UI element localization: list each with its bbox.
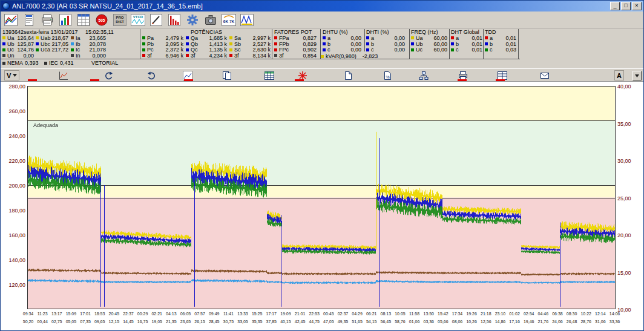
trend-chart-icon <box>4 14 18 26</box>
x-axis-label-seconds: 01,06 <box>407 320 422 324</box>
annotate-button[interactable] <box>148 12 165 28</box>
color-swatch <box>411 42 414 45</box>
copy-button[interactable] <box>222 70 232 81</box>
measurement-label: Ib <box>76 41 80 47</box>
measurement-row: Pb2,095 k <box>142 41 183 47</box>
report-button[interactable] <box>21 12 38 28</box>
x-axis-label-time: 08:30 <box>564 312 580 316</box>
color-swatch <box>229 54 232 57</box>
x-axis-label-seconds: 12,56 <box>478 320 494 324</box>
trend-chart-button[interactable] <box>2 12 19 28</box>
maximize-button[interactable]: □ <box>621 2 631 10</box>
measurement-row: Qc1,135 k <box>186 47 227 53</box>
x-axis-label-seconds: 44,75 <box>306 320 322 324</box>
document-button[interactable] <box>343 70 353 81</box>
percent-button[interactable]: % <box>382 70 393 81</box>
report-icon <box>22 14 36 26</box>
measurement-value: 2,479 k <box>165 35 183 41</box>
measurement-value: 126,64 <box>17 35 34 41</box>
x-axis-label-seconds: 26,15 <box>192 320 208 324</box>
voltage-channel-selector[interactable]: V <box>4 70 19 80</box>
color-swatch <box>366 36 369 39</box>
current-channel-selector[interactable]: A <box>614 70 624 80</box>
svg-text:VTCD: VTCD <box>133 15 143 19</box>
data-table-button[interactable] <box>75 12 92 28</box>
mail-button[interactable] <box>539 70 550 81</box>
record-date: 1393642sexta-feira 13/01/2017 <box>2 29 78 35</box>
settings-icon <box>186 14 199 26</box>
color-swatch <box>451 36 454 39</box>
minimize-button[interactable]: _ <box>610 2 620 10</box>
measurement-row: Pc2,372 k <box>142 47 183 53</box>
measurement-label: Sa <box>234 35 241 41</box>
dhtu-column: a0,00b0,00c0,00 <box>323 35 361 53</box>
color-swatch <box>142 48 145 51</box>
measurement-panel: 1393642sexta-feira 13/01/2017 15:02:35,1… <box>1 28 643 68</box>
potencia-aparente-column: Sa2,997 kSb2,527 kSc2,630 k3f8,134 k <box>229 35 271 59</box>
measurement-value: 0,00 <box>23 53 34 59</box>
measurement-row: b0,01 <box>485 41 516 47</box>
panel-divider <box>1 59 520 59</box>
main-toolbar: 505PRODISTVTCD6K 7K <box>1 11 643 28</box>
snapshot-button[interactable] <box>202 12 219 28</box>
measurement-row: Uca217,72 <box>36 47 68 53</box>
measurement-label: Un <box>7 53 15 59</box>
settings-button[interactable] <box>184 12 201 28</box>
color-swatch <box>451 42 454 45</box>
close-button[interactable]: × <box>632 2 642 10</box>
measurement-row: b0,01 <box>451 41 482 47</box>
color-swatch <box>366 42 369 45</box>
measurement-label: Uc <box>7 47 14 53</box>
x-axis-label-time: 02:37 <box>335 312 350 316</box>
measurement-value: 0,854 <box>303 53 317 59</box>
x-axis-label-seconds: 02,75 <box>49 320 65 324</box>
measurement-value: 0,000 <box>92 53 106 59</box>
measurement-row: Ib20,078 <box>71 41 106 47</box>
x-axis-label-time: 12:14 <box>593 312 608 316</box>
color-swatch <box>323 36 326 39</box>
percent-icon: % <box>383 71 392 80</box>
k6k7-button[interactable]: 6K 7K <box>220 12 237 28</box>
potencias-header: POTÊNCIAS <box>142 29 271 35</box>
x-axis-label-seconds: 50,20 <box>21 320 36 324</box>
measurement-row: a0,00 <box>323 35 361 41</box>
transient-button[interactable] <box>238 12 255 28</box>
sos-button[interactable]: 505 <box>93 12 110 28</box>
color-swatch <box>2 62 5 65</box>
y-axis-label-right: 30,00 <box>617 158 631 164</box>
trend-button[interactable] <box>58 70 69 81</box>
color-swatch <box>142 36 145 39</box>
sos-icon: 505 <box>95 14 108 26</box>
x-axis-label-time: 15:25 <box>249 312 265 316</box>
y-axis-label-left: 240,00 <box>1 133 25 139</box>
redo-button[interactable] <box>146 70 157 81</box>
bar-graph-button[interactable] <box>57 12 74 28</box>
line-voltages-column: Uab218,67Ubc217,05Uca217,72 <box>36 35 68 53</box>
record-time: 15:02:35,11 <box>85 29 114 35</box>
measurement-value: 2,997 k <box>252 35 271 41</box>
topology-button[interactable] <box>418 70 429 81</box>
prodist-button[interactable]: PRODIST <box>111 12 128 28</box>
x-axis-label-seconds: 03,36 <box>421 320 436 324</box>
tdd-header: TDD <box>485 29 496 35</box>
x-axis-label-time: 15:42 <box>435 312 451 316</box>
harmonics-button[interactable] <box>166 12 183 28</box>
measurement-value: 20,078 <box>89 41 106 47</box>
toolbar-overflow-button[interactable] <box>632 71 642 80</box>
measurement-row: Ubc217,05 <box>36 41 68 47</box>
x-axis-label-seconds: 05,66 <box>435 320 451 324</box>
panel-separator <box>140 29 140 59</box>
panel-separator <box>449 29 450 59</box>
measurement-label: Uc <box>416 47 422 53</box>
color-swatch <box>229 48 232 51</box>
x-axis-label-seconds: 30,75 <box>220 320 236 324</box>
print-preview-button[interactable] <box>39 12 56 28</box>
measurement-value: 21,078 <box>89 47 106 53</box>
undo-button[interactable] <box>104 70 114 81</box>
vtcd-button[interactable]: VTCD <box>130 12 146 28</box>
currents-column: Ia23,665Ib20,078Ic21,078In0,000 <box>71 35 106 59</box>
trend-plot-canvas[interactable] <box>27 86 616 309</box>
spreadsheet-button[interactable] <box>264 70 275 81</box>
y-axis-label-right: 40,00 <box>617 84 631 90</box>
x-axis-label-time: 19:26 <box>464 312 479 316</box>
